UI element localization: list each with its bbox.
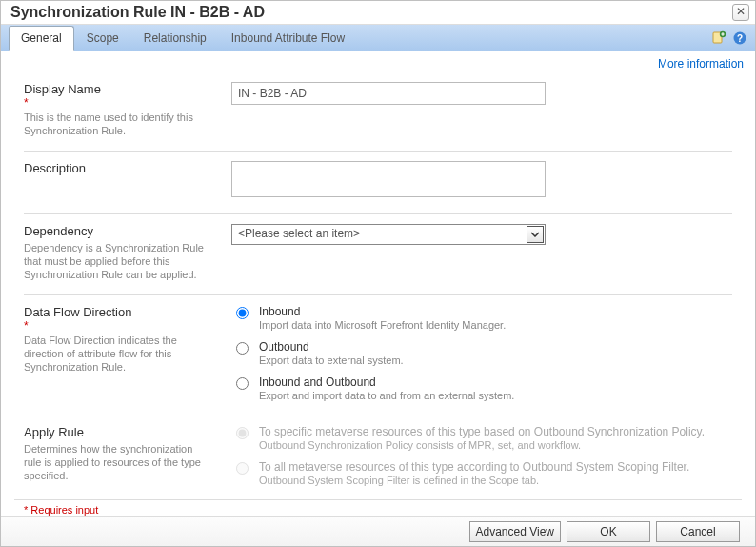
titlebar: Synchronization Rule IN - B2B - AD ✕ — [1, 1, 755, 25]
dependency-desc: Dependency is a Synchronization Rule tha… — [24, 241, 212, 281]
required-marker: * — [24, 321, 212, 331]
flow-option-inbound[interactable]: Inbound Import data into Microsoft Foref… — [231, 305, 732, 331]
apply-option-policy: To specific metaverse resources of this … — [231, 425, 732, 451]
flow-inbound-title: Inbound — [259, 305, 506, 318]
apply-policy-desc: Outbound Synchronization Policy consists… — [259, 439, 705, 451]
chevron-down-icon — [527, 226, 544, 243]
apply-scoping-title: To all metaverse resources of this type … — [259, 460, 689, 474]
close-button[interactable]: ✕ — [732, 4, 749, 21]
flow-option-both[interactable]: Inbound and Outbound Export and import d… — [231, 375, 732, 401]
tab-general[interactable]: General — [9, 26, 74, 51]
flow-radio-both[interactable] — [236, 377, 249, 390]
section-apply-rule: Apply Rule Determines how the synchroniz… — [24, 415, 732, 499]
advanced-view-button[interactable]: Advanced View — [469, 521, 562, 542]
help-icon[interactable]: ? — [732, 30, 747, 46]
data-flow-desc: Data Flow Direction indicates the direct… — [24, 334, 212, 374]
dependency-label: Dependency — [24, 224, 212, 238]
tab-bar: General Scope Relationship Inbound Attri… — [1, 25, 755, 51]
apply-policy-title: To specific metaverse resources of this … — [259, 425, 705, 438]
flow-option-outbound[interactable]: Outbound Export data to external system. — [231, 340, 732, 366]
apply-radio-policy — [236, 427, 249, 439]
tab-relationship[interactable]: Relationship — [131, 26, 219, 50]
apply-radio-scoping — [236, 462, 249, 475]
flow-both-title: Inbound and Outbound — [259, 375, 514, 389]
flow-inbound-desc: Import data into Microsoft Forefront Ide… — [259, 319, 506, 331]
add-icon[interactable] — [711, 30, 726, 46]
flow-both-desc: Export and import data to and from an ex… — [259, 390, 514, 401]
apply-rule-desc: Determines how the synchronization rule … — [24, 442, 212, 482]
dependency-select[interactable]: <Please select an item> — [231, 224, 546, 245]
dialog: Synchronization Rule IN - B2B - AD ✕ Gen… — [0, 0, 756, 547]
data-flow-label: Data Flow Direction — [24, 305, 212, 319]
section-dependency: Dependency Dependency is a Synchronizati… — [24, 214, 732, 295]
tab-scope[interactable]: Scope — [74, 26, 131, 50]
close-icon: ✕ — [736, 5, 746, 18]
display-name-desc: This is the name used to identify this S… — [24, 111, 212, 137]
tabbar-actions: ? — [711, 30, 747, 46]
more-info-row: More information — [1, 51, 755, 71]
description-input[interactable] — [231, 161, 546, 197]
footer: Advanced View OK Cancel — [1, 516, 755, 546]
content-area: Display Name * This is the name used to … — [1, 71, 755, 499]
description-label: Description — [24, 161, 212, 175]
more-information-link[interactable]: More information — [658, 57, 744, 71]
dialog-title: Synchronization Rule IN - B2B - AD — [10, 4, 265, 21]
section-description: Description — [24, 152, 732, 214]
cancel-button[interactable]: Cancel — [656, 521, 740, 542]
flow-outbound-title: Outbound — [259, 340, 404, 354]
display-name-label: Display Name — [24, 82, 212, 96]
dependency-select-value: <Please select an item> — [231, 224, 546, 245]
tab-inbound-attribute-flow[interactable]: Inbound Attribute Flow — [219, 26, 357, 50]
section-data-flow: Data Flow Direction * Data Flow Directio… — [24, 295, 732, 415]
apply-option-scoping: To all metaverse resources of this type … — [231, 460, 732, 486]
flow-outbound-desc: Export data to external system. — [259, 355, 404, 366]
apply-rule-label: Apply Rule — [24, 425, 212, 439]
required-marker: * — [24, 98, 212, 108]
apply-scoping-desc: Outbound System Scoping Filter is define… — [259, 475, 689, 486]
flow-radio-outbound[interactable] — [236, 342, 249, 355]
svg-text:?: ? — [737, 33, 743, 44]
flow-radio-inbound[interactable] — [236, 307, 249, 319]
display-name-input[interactable] — [231, 82, 546, 105]
section-display-name: Display Name * This is the name used to … — [24, 72, 732, 152]
ok-button[interactable]: OK — [567, 521, 650, 542]
